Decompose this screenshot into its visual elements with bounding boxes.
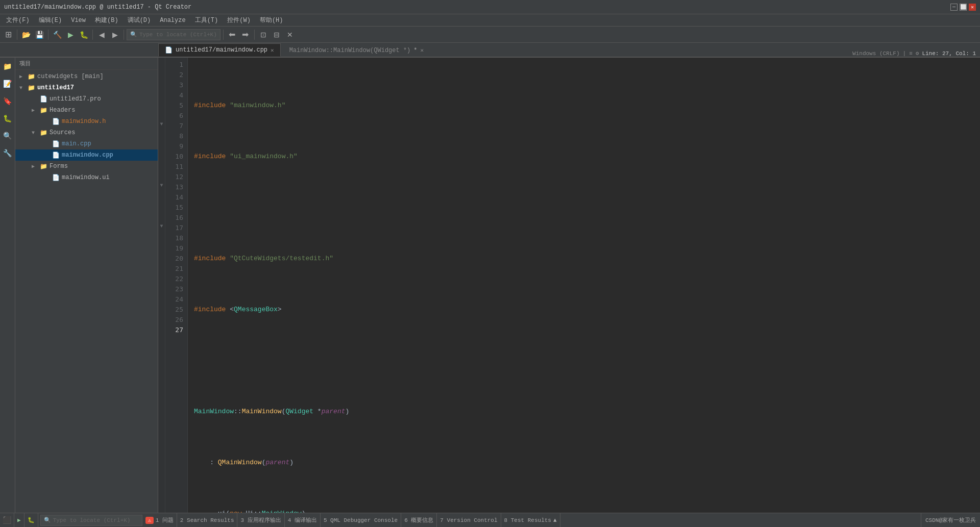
maximize-button[interactable]: ⬜ [960,4,967,11]
code-line-4: #include "QtCuteWidgets/testedit.h" [194,254,980,264]
project-icon[interactable]: 📁 [1,60,14,73]
menu-analyze[interactable]: Analyze [156,16,189,25]
tree-item-mainwindow-ui[interactable]: ▶ 📄 mainwindow.ui [15,172,158,183]
toolbar-save-button[interactable]: 💾 [33,29,45,41]
toolbar-vsplit-button[interactable]: ⊟ [271,29,283,41]
qml-debugger-label: 5 QML Debugger Console [324,517,398,523]
tab-close-2[interactable]: ✕ [421,47,424,54]
status-search-bar[interactable]: 🔍 Type to locate (Ctrl+K) [40,515,142,526]
app-output-label: 3 应用程序输出 [240,516,281,524]
compile-output-panel-button[interactable]: 4 编译输出 [285,513,321,528]
toolbar-split-button[interactable]: ⊡ [257,29,270,41]
menu-build[interactable]: 构建(B) [91,15,122,26]
minimize-button[interactable]: — [950,4,958,11]
toolbar-build-button[interactable]: 🔨 [51,29,63,41]
tree-label-mainwindow-cpp: mainwindow.cpp [62,152,113,159]
fold-19 [158,241,165,252]
toolbar-run-button[interactable]: ▶ [64,29,77,41]
toolbar-back-button[interactable]: ◀ [95,29,108,41]
linenum-12: 12 [165,172,187,182]
titlebar: untitled17/mainwindow.cpp @ untitled17 -… [0,0,980,14]
app-window: untitled17/mainwindow.cpp @ untitled17 -… [0,0,980,527]
menu-view[interactable]: View [67,16,90,25]
code-line-5: #include <QMessageBox> [194,305,980,315]
debug-icon[interactable]: 🐛 [1,112,14,125]
run-status-button[interactable]: ▶ [14,513,24,528]
code-line-6 [194,356,980,366]
fold-15 [158,200,165,211]
fold-13[interactable]: ▼ [158,180,165,190]
include-bracket-close-5: > [278,305,282,315]
tree-item-forms[interactable]: ▶ 📁 Forms [15,161,158,172]
include-keyword-1: #include [194,101,230,111]
toolbar-debug-button[interactable]: 🐛 [78,29,90,41]
status-search-placeholder: Type to locate (Ctrl+K) [53,517,131,523]
tree-label-headers: Headers [50,107,75,114]
tree-item-untitled17[interactable]: ▼ 📁 untitled17 [15,82,158,93]
menu-help[interactable]: 帮助(H) [256,15,287,26]
folder-icon-cutewidgets: 📁 [28,73,35,81]
linenum-18: 18 [165,233,187,243]
linenum-9: 9 [165,141,187,152]
build-status-icon[interactable]: ⬛ [0,513,14,528]
fold-17[interactable]: ▼ [158,221,165,231]
fold-18 [158,231,165,241]
csdn-label: CSDN@家有一枚卫兵 [921,513,980,528]
fold-11 [158,160,165,170]
fold-20 [158,252,165,262]
search-results-panel-button[interactable]: 2 Search Results [177,513,238,528]
toolbar-nav-next[interactable]: ➡ [239,29,252,41]
bookmarks-icon[interactable]: 🔖 [1,94,14,108]
paren-open-7: ( [282,407,286,417]
toolbar-apps-button[interactable]: ⊞ [2,29,14,41]
debug-status-icon: 🐛 [28,517,35,523]
summary-panel-button[interactable]: 6 概要信息 [401,513,437,528]
menu-debug[interactable]: 调试(D) [124,15,155,26]
locate-bar[interactable]: 🔍 Type to locate (Ctrl+K) [127,29,220,40]
tree-item-cutewidgets[interactable]: ▶ 📁 cutewidgets [main] [15,71,158,82]
app-output-panel-button[interactable]: 3 应用程序输出 [237,513,284,528]
tree-item-pro[interactable]: ▶ 📄 untitled17.pro [15,93,158,105]
param-parent-7: parent [322,407,346,417]
folder-icon-forms: 📁 [40,163,47,170]
sidebar: 项目 ▶ 📁 cutewidgets [main] ▼ 📁 untitled17… [15,58,158,527]
toolbar-open-button[interactable]: 📂 [20,29,32,41]
fold-7[interactable]: ▼ [158,119,165,129]
toolbar-forward-button[interactable]: ▶ [109,29,121,41]
search-results-label: 2 Search Results [180,517,234,523]
tab-mainwindow-func[interactable]: MainWindow::MainWindow(QWidget *) * ✕ [283,43,430,57]
toolbar-nav-prev[interactable]: ⬅ [226,29,238,41]
test-results-panel-button[interactable]: 8 Test Results ▲ [501,513,560,528]
close-button[interactable]: ✕ [969,4,976,11]
menu-tools[interactable]: 工具(T) [191,15,223,26]
tree-item-sources[interactable]: ▼ 📁 Sources [15,127,158,138]
tab-close-1[interactable]: ✕ [271,47,274,54]
file-tree: ▶ 📁 cutewidgets [main] ▼ 📁 untitled17 ▶ … [15,70,158,527]
fold-column: ▼ ▼ ▼ [158,58,165,527]
menu-widgets[interactable]: 控件(W) [223,15,255,26]
folder-icon-untitled17: 📁 [28,84,35,92]
tree-item-mainwindow-h[interactable]: ▶ 📄 mainwindow.h [15,116,158,127]
toolbar-separator-5 [223,30,224,40]
menu-edit[interactable]: 编辑(E) [35,15,66,26]
version-control-panel-button[interactable]: 7 Version Control [437,513,501,528]
issues-panel-button[interactable]: ⚠ 1 问题 [142,513,177,528]
search-sidebar-icon[interactable]: 🔍 [1,129,14,142]
tree-item-headers[interactable]: ▶ 📁 Headers [15,105,158,116]
tree-item-main-cpp[interactable]: ▶ 📄 main.cpp [15,138,158,149]
tab-mainwindow-cpp[interactable]: 📄 untitled17/mainwindow.cpp ✕ [158,43,281,57]
code-line-7: MainWindow::MainWindow(QWidget *parent) [194,407,980,417]
tab-label-1: untitled17/mainwindow.cpp [176,46,267,54]
config-icon: ⚙ [916,50,919,57]
indent-8: : [194,458,218,468]
qml-debugger-panel-button[interactable]: 5 QML Debugger Console [321,513,401,528]
tabbar: 📄 untitled17/mainwindow.cpp ✕ MainWindow… [0,43,980,57]
menu-file[interactable]: 文件(F) [2,15,34,26]
code-editor[interactable]: #include "mainwindow.h" #include "ui_mai… [188,58,980,527]
tree-item-mainwindow-cpp[interactable]: ▶ 📄 mainwindow.cpp [15,149,158,161]
editor-icon[interactable]: 📝 [1,77,14,90]
linenum-1: 1 [165,60,187,70]
debug-status-button[interactable]: 🐛 [24,513,38,528]
tools-icon[interactable]: 🔧 [1,146,14,160]
toolbar-close-split-button[interactable]: ✕ [284,29,296,41]
